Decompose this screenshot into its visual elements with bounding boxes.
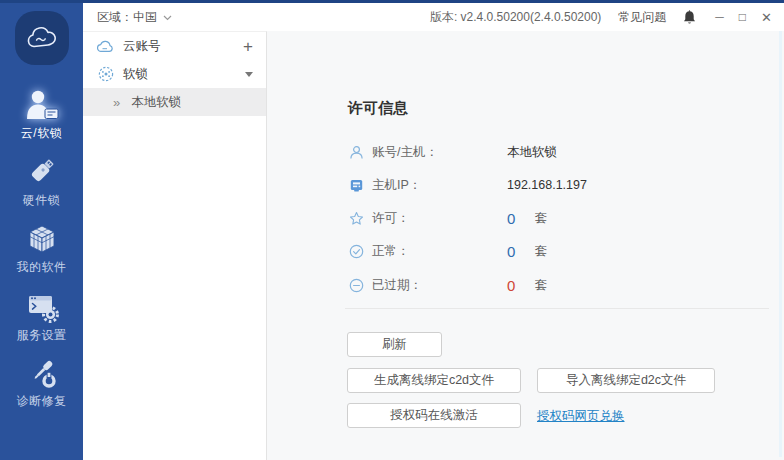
panel-item-soft-lock[interactable]: 软锁: [83, 60, 266, 88]
lock-tree-panel: 云账号 + 软锁 » 本地软锁: [83, 31, 267, 460]
collapse-caret-icon[interactable]: [245, 72, 253, 77]
sidebar-item-label: 服务设置: [0, 327, 83, 344]
person-icon: [348, 144, 364, 160]
sidebar-item-hardware-lock[interactable]: 硬件锁: [0, 152, 83, 209]
notification-bell-icon[interactable]: [683, 10, 696, 25]
window-top-border: [0, 0, 784, 3]
sidebar-item-diagnose-repair[interactable]: 诊断修复: [0, 353, 83, 410]
minimize-button[interactable]: ─: [715, 11, 724, 23]
page-title: 许可信息: [348, 99, 408, 118]
info-value: 0: [507, 277, 535, 294]
panel-item-local-soft-lock[interactable]: » 本地软锁: [83, 88, 266, 116]
panel-item-label: 本地软锁: [131, 94, 253, 111]
chevrons-right-icon: »: [113, 95, 120, 110]
sidebar-item-label: 诊断修复: [0, 393, 83, 410]
info-row-licenses: 许可： 0 套: [348, 208, 548, 228]
globe-lock-icon: [97, 66, 114, 82]
info-row-account-host: 账号/主机： 本地软锁: [348, 142, 557, 162]
info-unit: 套: [535, 243, 548, 260]
region-selector[interactable]: 区域：中国: [97, 9, 172, 26]
info-label: 许可：: [372, 210, 507, 227]
info-label: 正常：: [372, 243, 507, 260]
import-d2c-file-button[interactable]: 导入离线绑定d2c文件: [537, 368, 715, 393]
cloud-icon: [97, 40, 114, 53]
authcode-online-activate-button[interactable]: 授权码在线激活: [347, 403, 521, 428]
generate-c2d-file-button[interactable]: 生成离线绑定c2d文件: [347, 368, 521, 393]
window-controls: ─ □ ✕: [715, 11, 772, 24]
version-text: 版本: v2.4.0.50200(2.4.0.50200): [430, 9, 601, 26]
sidebar-item-my-software[interactable]: 我的软件: [0, 219, 83, 276]
host-icon: [348, 177, 364, 193]
info-label: 已过期：: [372, 277, 507, 294]
info-unit: 套: [535, 210, 548, 227]
cube-icon: [0, 219, 83, 255]
info-label: 账号/主机：: [372, 144, 507, 161]
terminal-gear-icon: [0, 287, 83, 323]
info-row-expired: 已过期： 0 套: [348, 275, 548, 295]
sidebar: 云/软锁 硬件锁: [0, 0, 83, 460]
close-button[interactable]: ✕: [761, 11, 772, 24]
panel-item-cloud-account[interactable]: 云账号 +: [83, 32, 266, 60]
sidebar-item-label: 我的软件: [0, 259, 83, 276]
panel-item-label: 云账号: [123, 38, 234, 55]
chevron-down-icon: [163, 10, 172, 24]
info-value: 192.168.1.197: [507, 178, 587, 192]
sidebar-item-service-settings[interactable]: 服务设置: [0, 287, 83, 344]
info-value: 本地软锁: [507, 144, 557, 161]
refresh-button[interactable]: 刷新: [347, 332, 442, 357]
faq-link[interactable]: 常见问题: [618, 9, 666, 26]
add-account-button[interactable]: +: [243, 38, 253, 55]
sidebar-item-cloud-softlock[interactable]: 云/软锁: [0, 85, 83, 142]
info-row-host-ip: 主机IP： 192.168.1.197: [348, 175, 587, 195]
usb-dongle-icon: [0, 152, 83, 188]
sidebar-item-label: 云/软锁: [0, 125, 83, 142]
maximize-button[interactable]: □: [739, 11, 746, 23]
user-card-icon: [0, 85, 83, 121]
section-divider: [345, 308, 769, 309]
info-row-normal: 正常： 0 套: [348, 241, 548, 261]
license-info-panel: 许可信息 账号/主机： 本地软锁 主机IP：: [268, 31, 784, 460]
app-logo: [0, 11, 83, 65]
info-value: 0: [507, 243, 535, 260]
star-icon: [348, 210, 364, 226]
cloud-logo-icon: [15, 11, 69, 65]
authcode-web-redeem-link[interactable]: 授权码网页兑换: [537, 408, 625, 425]
info-label: 主机IP：: [372, 177, 507, 194]
titlebar: 区域：中国 版本: v2.4.0.50200(2.4.0.50200) 常见问题…: [83, 3, 784, 31]
panel-item-label: 软锁: [123, 66, 236, 83]
sidebar-item-label: 硬件锁: [0, 192, 83, 209]
app-window: 云/软锁 硬件锁: [0, 0, 784, 460]
region-label: 区域：中国: [97, 9, 157, 26]
minus-circle-icon: [348, 277, 364, 293]
info-value: 0: [507, 210, 535, 227]
check-circle-icon: [348, 243, 364, 259]
repair-tools-icon: [0, 353, 83, 389]
info-unit: 套: [535, 277, 548, 294]
